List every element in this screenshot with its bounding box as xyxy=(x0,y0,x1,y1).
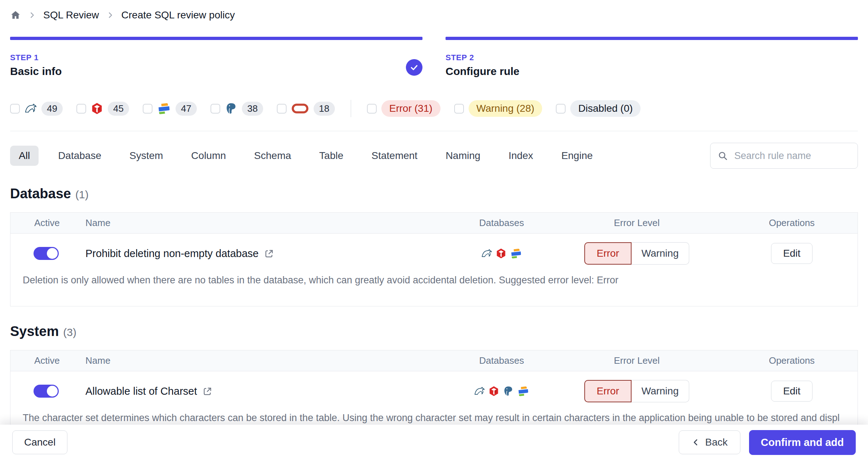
step-2-progress-bar xyxy=(446,37,858,40)
step-1: STEP 1 Basic info xyxy=(10,37,422,78)
tab-engine[interactable]: Engine xyxy=(553,146,601,166)
chevron-right-icon xyxy=(28,11,36,19)
mysql-filter-checkbox[interactable] xyxy=(10,104,20,114)
step-1-progress-bar xyxy=(10,37,422,40)
mysql-icon-slot xyxy=(25,102,37,115)
level-filter-warning[interactable]: Warning (28) xyxy=(454,100,542,117)
section-system-title: System (3) xyxy=(10,324,858,339)
oracle-count-badge: 18 xyxy=(314,102,335,116)
postgresql-filter-checkbox[interactable] xyxy=(211,104,220,114)
postgresql-count-badge: 38 xyxy=(242,102,263,116)
edit-button[interactable]: Edit xyxy=(771,381,812,402)
rule-name: Allowable list of Charset xyxy=(85,385,197,397)
error-count-pill: Error (31) xyxy=(381,100,440,117)
rule-active-toggle[interactable] xyxy=(34,385,59,398)
error-level-selector: Error Warning xyxy=(548,380,726,402)
rule-description: Deletion is only allowed when there are … xyxy=(10,265,858,297)
external-link-icon[interactable] xyxy=(264,249,274,258)
table-row: Prohibit deleting non-empty database Err… xyxy=(10,234,858,306)
tidb-filter-checkbox[interactable] xyxy=(76,104,86,114)
tidb-icon xyxy=(488,386,499,397)
filter-bar: 49 45 47 38 18 Error (31) xyxy=(10,100,858,117)
level-filter-error[interactable]: Error (31) xyxy=(367,100,440,117)
section-title-text: Database xyxy=(10,186,71,202)
tab-database[interactable]: Database xyxy=(49,146,110,166)
warning-filter-checkbox[interactable] xyxy=(454,104,464,114)
toggle-knob xyxy=(47,248,58,259)
engine-filter-oracle[interactable]: 18 xyxy=(277,102,335,116)
column-header-operations: Operations xyxy=(726,217,858,229)
back-label: Back xyxy=(705,437,727,448)
check-icon xyxy=(409,63,419,72)
search-input[interactable] xyxy=(734,150,850,162)
oceanbase-filter-checkbox[interactable] xyxy=(143,104,152,114)
mysql-icon xyxy=(25,102,37,115)
error-filter-checkbox[interactable] xyxy=(367,104,377,114)
tab-table[interactable]: Table xyxy=(311,146,352,166)
search-icon xyxy=(718,151,728,161)
column-header-operations: Operations xyxy=(726,355,858,366)
step-1-title: Basic info xyxy=(10,65,422,78)
disabled-filter-checkbox[interactable] xyxy=(556,104,566,114)
tab-column[interactable]: Column xyxy=(182,146,234,166)
postgresql-icon xyxy=(225,102,237,115)
table-header: Active Name Databases Error Level Operat… xyxy=(10,350,858,371)
rule-active-toggle[interactable] xyxy=(34,247,59,260)
tab-naming[interactable]: Naming xyxy=(437,146,489,166)
error-level-warning-button[interactable]: Warning xyxy=(632,242,689,265)
table-header: Active Name Databases Error Level Operat… xyxy=(10,213,858,234)
toggle-knob xyxy=(47,386,58,397)
edit-button[interactable]: Edit xyxy=(771,243,812,264)
cancel-button[interactable]: Cancel xyxy=(12,430,67,454)
level-filter-disabled[interactable]: Disabled (0) xyxy=(556,100,641,117)
section-count: (1) xyxy=(75,189,89,201)
step-2-title: Configure rule xyxy=(446,65,858,78)
error-level-warning-button[interactable]: Warning xyxy=(632,380,689,402)
warning-count-pill: Warning (28) xyxy=(469,100,542,117)
confirm-and-add-button[interactable]: Confirm and add xyxy=(749,430,856,455)
column-header-databases: Databases xyxy=(456,355,548,366)
step-1-label: STEP 1 xyxy=(10,53,422,62)
column-header-error-level: Error Level xyxy=(548,217,726,229)
oceanbase-icon-slot xyxy=(157,102,171,115)
tab-schema[interactable]: Schema xyxy=(245,146,300,166)
home-icon[interactable] xyxy=(10,10,21,21)
engine-filter-oceanbase[interactable]: 47 xyxy=(143,102,197,116)
error-level-error-button[interactable]: Error xyxy=(584,380,631,402)
breadcrumb: SQL Review Create SQL review policy xyxy=(10,0,858,21)
mysql-icon xyxy=(481,248,492,259)
engine-filter-mysql[interactable]: 49 xyxy=(10,102,63,116)
breadcrumb-sql-review[interactable]: SQL Review xyxy=(43,9,99,21)
error-level-error-button[interactable]: Error xyxy=(584,242,631,265)
column-header-name: Name xyxy=(75,217,456,229)
rule-databases xyxy=(456,386,548,397)
postgresql-icon-slot xyxy=(225,102,237,115)
chevron-right-icon xyxy=(106,11,114,19)
column-header-error-level: Error Level xyxy=(548,355,726,366)
engine-filter-postgresql[interactable]: 38 xyxy=(211,102,263,116)
column-header-name: Name xyxy=(75,355,456,366)
tab-statement[interactable]: Statement xyxy=(363,146,426,166)
category-tabs-row: All Database System Column Schema Table … xyxy=(10,143,858,169)
tab-all[interactable]: All xyxy=(10,146,39,166)
external-link-icon[interactable] xyxy=(203,386,212,396)
oracle-filter-checkbox[interactable] xyxy=(277,104,287,114)
rule-databases xyxy=(456,248,548,259)
back-button[interactable]: Back xyxy=(679,430,740,454)
column-header-databases: Databases xyxy=(456,217,548,229)
mysql-count-badge: 49 xyxy=(41,102,63,116)
step-indicator: STEP 1 Basic info STEP 2 Configure rule xyxy=(10,37,858,78)
column-header-active: Active xyxy=(10,355,75,366)
create-sql-review-policy-page: SQL Review Create SQL review policy STEP… xyxy=(0,0,868,458)
tidb-count-badge: 45 xyxy=(108,102,129,116)
oceanbase-icon xyxy=(517,386,530,397)
step-2: STEP 2 Configure rule xyxy=(446,37,858,78)
engine-filter-tidb[interactable]: 45 xyxy=(76,102,129,116)
tab-index[interactable]: Index xyxy=(500,146,542,166)
tidb-icon xyxy=(91,102,103,115)
tab-system[interactable]: System xyxy=(121,146,172,166)
oceanbase-count-badge: 47 xyxy=(176,102,197,116)
postgresql-icon xyxy=(503,386,514,397)
tidb-icon xyxy=(496,248,506,259)
search-box[interactable] xyxy=(710,143,858,169)
